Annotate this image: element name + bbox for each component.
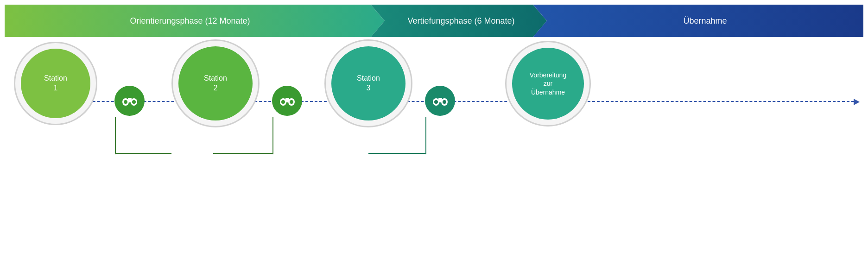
svg-point-10 bbox=[281, 100, 285, 104]
station2-outer: Station 2 bbox=[171, 39, 260, 127]
orientierung-banner: Orientierungsphase (12 Monate) bbox=[5, 5, 385, 37]
station4-label-line1: Vorbereitung bbox=[530, 71, 566, 79]
svg-point-11 bbox=[290, 100, 293, 104]
svg-rect-9 bbox=[285, 98, 289, 100]
diagram-container: Orientierungsphase (12 Monate) Vertiefun… bbox=[0, 0, 868, 266]
svg-point-5 bbox=[132, 100, 136, 104]
svg-rect-14 bbox=[437, 100, 443, 102]
svg-point-17 bbox=[443, 100, 446, 104]
svg-point-16 bbox=[434, 100, 438, 104]
station4-circle: Vorbereitung zur Übernahme bbox=[512, 48, 584, 120]
stations-layer: Station 1 Station 2 Station 3 Vorbereitu… bbox=[0, 42, 868, 266]
station3-label-line2: 3 bbox=[367, 83, 371, 93]
svg-point-4 bbox=[124, 100, 127, 104]
svg-rect-8 bbox=[285, 100, 290, 102]
station1-label-line1: Station bbox=[44, 74, 67, 83]
station4-label-line3: Übernahme bbox=[531, 88, 565, 96]
svg-rect-2 bbox=[127, 100, 133, 102]
station2-circle: Station 2 bbox=[178, 46, 253, 120]
binoculars1-circle bbox=[114, 86, 145, 116]
binoculars2-circle bbox=[272, 86, 302, 116]
connector1-vertical bbox=[115, 117, 116, 154]
connector3-horizontal bbox=[368, 153, 426, 154]
connector2-vertical bbox=[272, 117, 273, 154]
connector3-vertical bbox=[425, 117, 426, 154]
svg-rect-3 bbox=[128, 98, 132, 100]
orientierung-label: Orientierungsphase (12 Monate) bbox=[130, 16, 250, 26]
station4-label-line2: zur bbox=[544, 79, 552, 88]
binoculars3-icon bbox=[432, 95, 448, 107]
connector2-horizontal bbox=[213, 153, 273, 154]
station1-circle: Station 1 bbox=[21, 49, 90, 118]
station2-label-line1: Station bbox=[204, 74, 227, 83]
connector1-horizontal bbox=[115, 153, 171, 154]
uebernahme-label: Übernahme bbox=[683, 16, 727, 26]
uebernahme-banner: Übernahme bbox=[533, 5, 863, 37]
station3-outer: Station 3 bbox=[324, 39, 412, 127]
vertiefung-label: Vertiefungsphase (6 Monate) bbox=[407, 16, 514, 26]
vertiefung-banner: Vertiefungsphase (6 Monate) bbox=[371, 5, 547, 37]
binoculars1-icon bbox=[122, 95, 138, 107]
binoculars3-circle bbox=[425, 86, 455, 116]
station1-outer: Station 1 bbox=[14, 42, 97, 125]
station3-label-line1: Station bbox=[357, 74, 380, 83]
station4-outer: Vorbereitung zur Übernahme bbox=[505, 41, 591, 127]
svg-rect-15 bbox=[438, 98, 442, 100]
banner-row: Orientierungsphase (12 Monate) Vertiefun… bbox=[5, 5, 863, 37]
station2-label-line2: 2 bbox=[214, 83, 218, 93]
station1-label-line2: 1 bbox=[54, 83, 58, 93]
station3-circle: Station 3 bbox=[331, 46, 405, 120]
binoculars2-icon bbox=[279, 95, 295, 107]
